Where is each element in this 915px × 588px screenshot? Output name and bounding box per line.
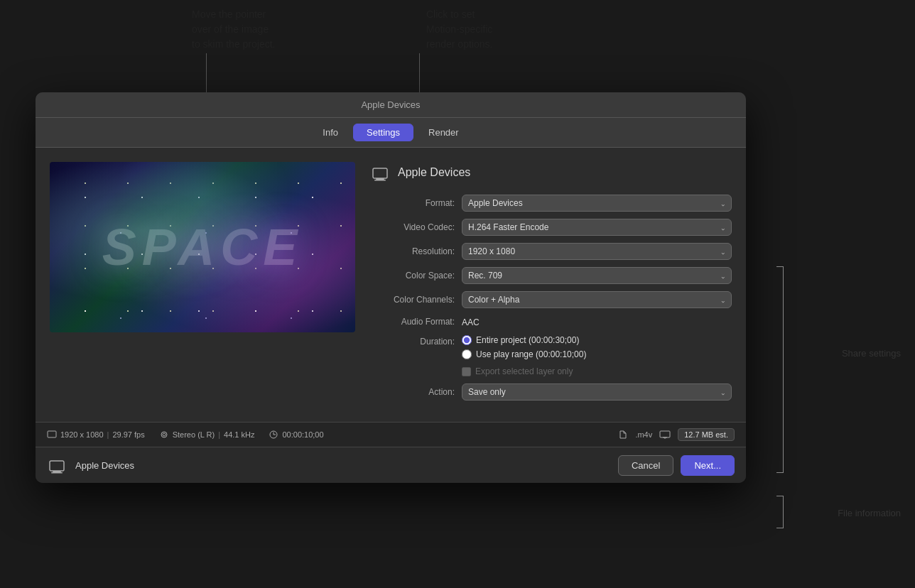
- dialog-title: Apple Devices: [361, 99, 420, 110]
- status-fps-value: 29.97 fps: [112, 430, 144, 439]
- settings-panel-title: Apple Devices: [398, 166, 470, 179]
- preview-image[interactable]: SPACE: [50, 162, 355, 332]
- color-channels-select-wrapper: Color + Alpha: [462, 291, 732, 308]
- action-select-wrapper: Save only: [462, 383, 732, 401]
- duration-icon: [269, 430, 278, 440]
- audio-format-row: Audio Format: AAC: [369, 315, 732, 328]
- svg-rect-1: [376, 178, 384, 180]
- duration-options: Entire project (00:00:30;00) Use play ra…: [462, 335, 732, 376]
- color-space-row: Color Space: Rec. 709: [369, 267, 732, 284]
- video-codec-select[interactable]: H.264 Faster Encode: [462, 219, 732, 236]
- dialog-body: SPACE Apple Devices Format:: [36, 148, 746, 422]
- resolution-icon: [47, 430, 57, 440]
- duration-play-range-label: Use play range (00:00:10;00): [476, 349, 586, 359]
- resolution-select[interactable]: 1920 x 1080: [462, 243, 732, 260]
- share-settings-bracket-bottom: [776, 472, 784, 473]
- duration-play-range-option[interactable]: Use play range (00:00:10;00): [462, 349, 732, 359]
- bottom-left: Apple Devices: [47, 454, 134, 476]
- color-space-label: Color Space:: [369, 271, 462, 281]
- audio-format-value: AAC: [462, 317, 480, 327]
- dialog-titlebar: Apple Devices: [36, 92, 746, 118]
- share-settings-bracket-top: [776, 266, 784, 267]
- tab-render[interactable]: Render: [415, 124, 472, 141]
- file-info-bracket: [783, 496, 784, 528]
- settings-panel: Apple Devices Format: Apple Devices Vide…: [369, 162, 732, 408]
- action-select[interactable]: Save only: [462, 383, 732, 401]
- settings-header: Apple Devices: [369, 162, 732, 183]
- bottom-device-label: Apple Devices: [75, 460, 134, 471]
- status-samplerate-separator: |: [218, 430, 220, 439]
- action-label: Action:: [369, 387, 462, 397]
- svg-rect-12: [50, 461, 64, 471]
- resolution-select-wrapper: 1920 x 1080: [462, 243, 732, 260]
- file-info-bracket-bottom: [776, 528, 784, 528]
- format-row: Format: Apple Devices: [369, 195, 732, 212]
- annotation-line-2: [419, 53, 420, 96]
- svg-point-4: [161, 432, 167, 437]
- status-format-value: .m4v: [635, 430, 652, 439]
- duration-entire-project-label: Entire project (00:00:30;00): [476, 335, 579, 345]
- annotation-line-1: [206, 53, 207, 96]
- export-dialog: Apple Devices Info Settings Render SPACE: [36, 92, 746, 483]
- format-select[interactable]: Apple Devices: [462, 195, 732, 212]
- format-select-wrapper: Apple Devices: [462, 195, 732, 212]
- export-layer-label: Export selected layer only: [475, 366, 573, 376]
- duration-entire-project-radio[interactable]: [462, 335, 472, 345]
- color-space-select[interactable]: Rec. 709: [462, 267, 732, 284]
- status-audio-value: Stereo (L R): [173, 430, 215, 439]
- export-layer-checkbox[interactable]: [462, 367, 471, 376]
- status-duration: 00:00:10;00: [269, 430, 323, 440]
- color-space-select-wrapper: Rec. 709: [462, 267, 732, 284]
- svg-rect-13: [53, 471, 61, 472]
- svg-rect-0: [373, 168, 387, 178]
- svg-rect-9: [660, 431, 670, 437]
- svg-rect-2: [374, 180, 386, 181]
- dialog-buttons: Cancel Next...: [618, 455, 735, 476]
- file-size-badge: 12.7 MB est.: [678, 428, 735, 441]
- status-bar: 1920 x 1080 | 29.97 fps Stereo (L R) | 4…: [36, 422, 746, 447]
- dialog-tabs: Info Settings Render: [36, 118, 746, 148]
- share-settings-label: Share settings: [842, 348, 901, 359]
- next-button[interactable]: Next...: [681, 455, 735, 476]
- duration-entire-project-option[interactable]: Entire project (00:00:30;00): [462, 335, 732, 345]
- duration-radio-group: Entire project (00:00:30;00) Use play ra…: [462, 335, 732, 376]
- video-codec-select-wrapper: H.264 Faster Encode: [462, 219, 732, 236]
- share-settings-bracket: [783, 266, 784, 472]
- video-codec-label: Video Codec:: [369, 222, 462, 232]
- audio-format-value-wrapper: AAC: [462, 315, 732, 328]
- status-samplerate-value: 44.1 kHz: [224, 430, 254, 439]
- tooltip-render-annotation: Click to set Motion-specific render opti…: [426, 7, 492, 52]
- svg-rect-14: [51, 472, 63, 474]
- duration-play-range-radio[interactable]: [462, 349, 472, 359]
- preview-nebula: [50, 162, 355, 332]
- resolution-row: Resolution: 1920 x 1080: [369, 243, 732, 260]
- file-information-label: File information: [838, 508, 901, 518]
- bottom-bar: Apple Devices Cancel Next...: [36, 447, 746, 483]
- export-layer-row: Export selected layer only: [462, 366, 732, 376]
- video-codec-row: Video Codec: H.264 Faster Encode: [369, 219, 732, 236]
- cancel-button[interactable]: Cancel: [618, 455, 673, 476]
- format-label: Format:: [369, 198, 462, 208]
- apple-devices-icon: [369, 162, 391, 183]
- tab-settings[interactable]: Settings: [353, 124, 413, 141]
- preview-area: SPACE: [50, 162, 355, 408]
- bottom-device-icon: [47, 454, 68, 476]
- color-channels-label: Color Channels:: [369, 295, 462, 305]
- status-fps-separator: |: [107, 430, 109, 439]
- status-resolution: 1920 x 1080 | 29.97 fps: [47, 430, 145, 440]
- color-channels-select[interactable]: Color + Alpha: [462, 291, 732, 308]
- status-resolution-value: 1920 x 1080: [60, 430, 104, 439]
- action-row: Action: Save only: [369, 383, 732, 401]
- tooltip-skim-annotation: Move the pointer over of the image to sk…: [192, 7, 276, 52]
- tab-info[interactable]: Info: [309, 124, 352, 141]
- file-info-bracket-top: [776, 496, 784, 496]
- duration-label: Duration:: [369, 335, 462, 347]
- file-icon: [618, 430, 628, 440]
- resolution-label: Resolution:: [369, 246, 462, 256]
- color-channels-row: Color Channels: Color + Alpha: [369, 291, 732, 308]
- audio-format-label: Audio Format:: [369, 317, 462, 327]
- screen-icon: [659, 429, 671, 440]
- svg-rect-3: [48, 431, 56, 437]
- status-audio: Stereo (L R) | 44.1 kHz: [159, 430, 255, 440]
- svg-point-5: [163, 433, 166, 436]
